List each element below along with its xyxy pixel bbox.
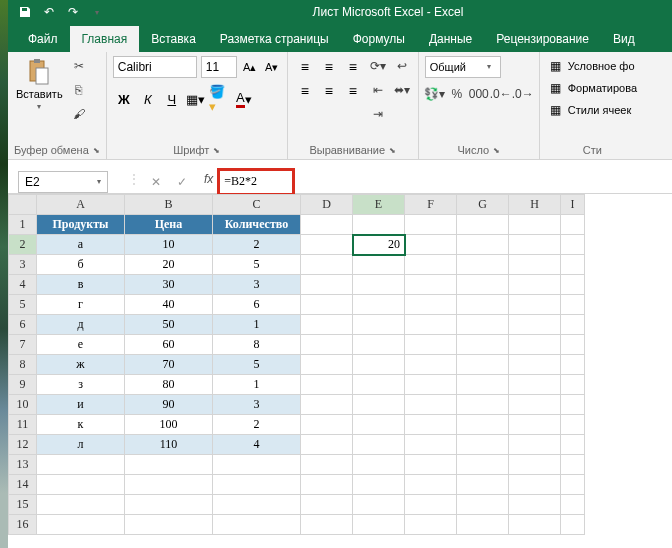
cell[interactable] xyxy=(353,515,405,535)
cell[interactable]: 6 xyxy=(213,295,301,315)
cell[interactable] xyxy=(353,355,405,375)
cell[interactable] xyxy=(509,395,561,415)
row-header-2[interactable]: 2 xyxy=(9,235,37,255)
dialog-launcher-icon[interactable]: ⬊ xyxy=(493,146,500,155)
wrap-text-icon[interactable]: ↩ xyxy=(392,56,412,76)
currency-icon[interactable]: 💱▾ xyxy=(425,84,445,104)
cell[interactable] xyxy=(301,355,353,375)
cell[interactable] xyxy=(457,415,509,435)
cell[interactable]: 1 xyxy=(213,315,301,335)
cell[interactable] xyxy=(405,455,457,475)
cell[interactable] xyxy=(561,495,585,515)
merge-icon[interactable]: ⬌▾ xyxy=(392,80,412,100)
cell[interactable] xyxy=(125,455,213,475)
tab-insert[interactable]: Вставка xyxy=(139,26,208,52)
cell[interactable]: и xyxy=(37,395,125,415)
cell[interactable] xyxy=(301,375,353,395)
tab-home[interactable]: Главная xyxy=(70,26,140,52)
row-header-1[interactable]: 1 xyxy=(9,215,37,235)
increase-font-icon[interactable]: A▴ xyxy=(241,56,259,78)
cell[interactable] xyxy=(353,375,405,395)
cell[interactable] xyxy=(561,215,585,235)
cell[interactable]: 2 xyxy=(213,415,301,435)
row-header-16[interactable]: 16 xyxy=(9,515,37,535)
row-header-12[interactable]: 12 xyxy=(9,435,37,455)
cell[interactable] xyxy=(457,315,509,335)
cell[interactable] xyxy=(353,495,405,515)
tab-data[interactable]: Данные xyxy=(417,26,484,52)
cell[interactable] xyxy=(301,315,353,335)
cell[interactable] xyxy=(509,475,561,495)
decrease-decimal-icon[interactable]: .0→ xyxy=(513,84,533,104)
cell[interactable] xyxy=(125,495,213,515)
cell[interactable] xyxy=(405,515,457,535)
cell[interactable] xyxy=(561,335,585,355)
cell[interactable] xyxy=(509,515,561,535)
font-color-button[interactable]: A▾ xyxy=(233,88,255,110)
cell[interactable]: 2 xyxy=(213,235,301,255)
cell[interactable] xyxy=(405,275,457,295)
cell[interactable] xyxy=(457,355,509,375)
cell[interactable] xyxy=(405,415,457,435)
cell[interactable]: ж xyxy=(37,355,125,375)
cell[interactable] xyxy=(509,255,561,275)
cell[interactable] xyxy=(405,435,457,455)
cell[interactable] xyxy=(509,275,561,295)
cell[interactable] xyxy=(405,215,457,235)
comma-icon[interactable]: 000 xyxy=(469,84,489,104)
row-header-14[interactable]: 14 xyxy=(9,475,37,495)
cell[interactable] xyxy=(509,315,561,335)
name-box[interactable]: E2▾ xyxy=(18,171,108,193)
cell[interactable]: 20 xyxy=(353,235,405,255)
cell[interactable] xyxy=(301,295,353,315)
cell[interactable]: 40 xyxy=(125,295,213,315)
cell[interactable]: л xyxy=(37,435,125,455)
cell[interactable] xyxy=(457,475,509,495)
cell[interactable] xyxy=(301,415,353,435)
cell[interactable]: 30 xyxy=(125,275,213,295)
chevron-down-icon[interactable]: ▾ xyxy=(487,62,491,78)
font-size-input[interactable] xyxy=(201,56,237,78)
cell[interactable] xyxy=(405,335,457,355)
cell[interactable]: з xyxy=(37,375,125,395)
row-header-5[interactable]: 5 xyxy=(9,295,37,315)
fill-color-button[interactable]: 🪣▾ xyxy=(209,88,231,110)
cell[interactable]: 1 xyxy=(213,375,301,395)
copy-icon[interactable]: ⎘ xyxy=(69,80,89,100)
cell[interactable] xyxy=(213,495,301,515)
cell[interactable] xyxy=(509,215,561,235)
cell[interactable]: 3 xyxy=(213,395,301,415)
tab-formulas[interactable]: Формулы xyxy=(341,26,417,52)
table-header-cell[interactable]: Цена xyxy=(125,215,213,235)
chevron-down-icon[interactable]: ▾ xyxy=(97,177,101,186)
border-button[interactable]: ▦▾ xyxy=(185,88,207,110)
cell[interactable] xyxy=(301,475,353,495)
cell[interactable] xyxy=(353,415,405,435)
row-header-10[interactable]: 10 xyxy=(9,395,37,415)
cell[interactable]: 5 xyxy=(213,355,301,375)
cell[interactable] xyxy=(301,455,353,475)
cell[interactable] xyxy=(353,395,405,415)
cut-icon[interactable]: ✂ xyxy=(69,56,89,76)
italic-button[interactable]: К xyxy=(137,88,159,110)
spreadsheet-grid[interactable]: ABCDEFGHI1ПродуктыЦенаКоличество2а102203… xyxy=(8,194,672,535)
cell[interactable] xyxy=(37,495,125,515)
row-header-7[interactable]: 7 xyxy=(9,335,37,355)
col-header-F[interactable]: F xyxy=(405,195,457,215)
cell[interactable] xyxy=(561,435,585,455)
cell[interactable] xyxy=(509,435,561,455)
cell[interactable] xyxy=(509,495,561,515)
tab-view[interactable]: Вид xyxy=(601,26,647,52)
row-header-15[interactable]: 15 xyxy=(9,495,37,515)
cell[interactable] xyxy=(509,235,561,255)
cell[interactable] xyxy=(405,315,457,335)
cell[interactable]: д xyxy=(37,315,125,335)
increase-decimal-icon[interactable]: .0← xyxy=(491,84,511,104)
cell[interactable] xyxy=(353,255,405,275)
cell[interactable] xyxy=(457,435,509,455)
cell[interactable] xyxy=(301,235,353,255)
cell[interactable]: 4 xyxy=(213,435,301,455)
row-header-8[interactable]: 8 xyxy=(9,355,37,375)
cell[interactable] xyxy=(509,335,561,355)
cell[interactable] xyxy=(353,455,405,475)
